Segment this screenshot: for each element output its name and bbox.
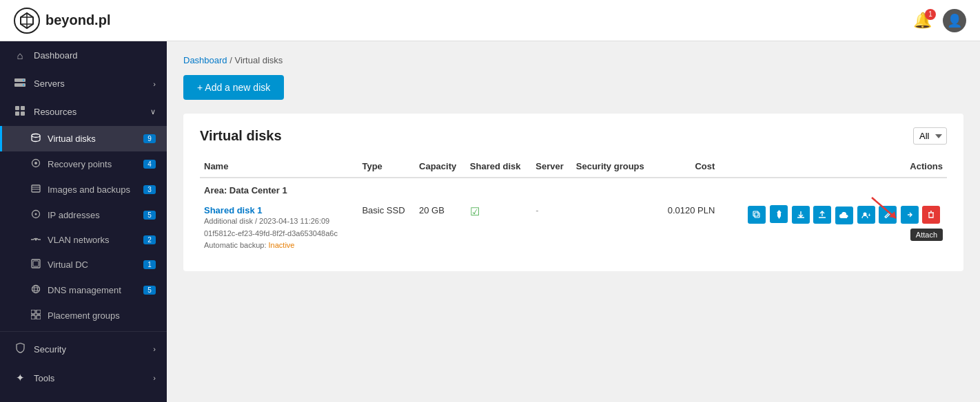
vlan-networks-badge: 2 — [143, 235, 156, 244]
ip-addresses-icon — [31, 209, 41, 221]
sidebar-item-vlan-networks[interactable]: VLAN networks 2 — [0, 228, 167, 252]
notification-button[interactable]: 🔔 1 — [913, 12, 932, 30]
table-header-row: Virtual disks All — [200, 127, 947, 145]
virtual-disks-table: Name Type Capacity Shared disk Server Se… — [200, 156, 947, 257]
svg-rect-8 — [21, 112, 25, 116]
virtual-dc-icon — [31, 259, 41, 271]
breadcrumb: Dashboard / Virtual disks — [183, 55, 963, 65]
svg-rect-29 — [753, 211, 758, 216]
logo: beyond.pl — [14, 8, 110, 34]
col-security-groups: Security groups — [572, 156, 657, 178]
disk-backup-label: Automatic backup: Inactive — [204, 240, 354, 252]
top-header: beyond.pl 🔔 1 👤 — [0, 0, 980, 41]
dns-badge: 5 — [143, 286, 156, 295]
svg-rect-28 — [755, 213, 759, 218]
svg-point-16 — [35, 213, 37, 215]
sidebar-label-virtual-dc: Virtual DC — [48, 260, 136, 270]
disk-cost: 0.0120 PLN — [657, 200, 719, 257]
disk-server: - — [531, 200, 571, 257]
action-edit-button[interactable] — [879, 206, 897, 224]
main-layout: ⌂ Dashboard Servers › Resources ∨ Virtua… — [0, 41, 980, 402]
sidebar-label-recovery-points: Recovery points — [48, 159, 136, 169]
breadcrumb-dashboard[interactable]: Dashboard — [183, 55, 227, 65]
header-right: 🔔 1 👤 — [913, 9, 966, 32]
area-label: Area: Data Center 1 — [200, 178, 947, 200]
sidebar-item-tools[interactable]: ✦ Tools › — [0, 363, 167, 392]
placement-icon — [31, 310, 41, 321]
action-upload-button[interactable] — [813, 206, 831, 224]
col-server: Server — [531, 156, 571, 178]
sidebar-divider — [0, 331, 167, 332]
sidebar-item-security[interactable]: Security › — [0, 335, 167, 363]
disk-uuid: 01f5812c-ef23-49fd-8f2f-d3a653048a6c — [204, 228, 354, 240]
dashboard-icon: ⌂ — [13, 50, 27, 61]
sidebar-item-virtual-dc[interactable]: Virtual DC 1 — [0, 252, 167, 277]
svg-rect-25 — [37, 310, 41, 314]
disk-name-cell: Shared disk 1 Additional disk / 2023-04-… — [200, 200, 358, 257]
disk-capacity: 20 GB — [415, 200, 466, 257]
sidebar-item-ip-addresses[interactable]: IP addresses 5 — [0, 202, 167, 228]
sidebar-item-servers[interactable]: Servers › — [0, 70, 167, 98]
action-copy-button[interactable] — [748, 206, 766, 224]
ip-addresses-badge: 5 — [143, 211, 156, 220]
add-disk-button[interactable]: + Add a new disk — [183, 75, 284, 100]
disk-name-link[interactable]: Shared disk 1 — [204, 205, 354, 215]
sidebar-label-vlan: VLAN networks — [48, 235, 136, 245]
action-attach-button[interactable] — [901, 206, 919, 224]
sidebar-item-virtual-disks[interactable]: Virtual disks 9 — [0, 126, 167, 151]
images-backups-icon — [31, 184, 41, 195]
disk-type: Basic SSD — [358, 200, 415, 257]
sidebar-label-ip-addresses: IP addresses — [48, 210, 136, 220]
disk-actions: + — [719, 200, 947, 257]
disk-sub-info: Additional disk / 2023-04-13 11:26:09 — [204, 215, 354, 228]
sidebar-label-virtual-disks: Virtual disks — [48, 134, 136, 144]
svg-rect-24 — [31, 310, 35, 314]
sidebar: ⌂ Dashboard Servers › Resources ∨ Virtua… — [0, 41, 167, 402]
svg-point-17 — [35, 239, 37, 241]
action-pin-button[interactable] — [770, 205, 788, 223]
svg-rect-26 — [31, 315, 35, 319]
tools-icon: ✦ — [13, 372, 27, 384]
sidebar-label-security: Security — [34, 344, 146, 355]
sidebar-label-dns: DNS management — [48, 285, 136, 295]
svg-text:+: + — [868, 213, 871, 218]
action-delete-button[interactable] — [922, 206, 940, 224]
notification-badge: 1 — [925, 9, 936, 20]
breadcrumb-current: Virtual disks — [234, 55, 283, 65]
svg-point-3 — [23, 80, 24, 81]
col-type: Type — [358, 156, 415, 178]
svg-rect-7 — [15, 112, 19, 116]
sidebar-item-images-backups[interactable]: Images and backups 3 — [0, 177, 167, 202]
backup-status: Inactive — [269, 241, 295, 249]
sidebar-item-placement-groups[interactable]: Placement groups — [0, 303, 167, 328]
svg-rect-5 — [15, 106, 19, 110]
images-backups-badge: 3 — [143, 185, 156, 194]
svg-point-4 — [23, 85, 24, 86]
svg-rect-12 — [32, 185, 40, 192]
action-download-button[interactable] — [792, 206, 810, 224]
col-capacity: Capacity — [415, 156, 466, 178]
table-row: Shared disk 1 Additional disk / 2023-04-… — [200, 200, 947, 257]
action-add-user-button[interactable]: + — [857, 206, 875, 224]
tools-arrow-icon: › — [153, 374, 156, 382]
col-name: Name — [200, 156, 358, 178]
action-cloud-button[interactable] — [835, 207, 853, 224]
sidebar-label-resources: Resources — [34, 107, 143, 117]
sidebar-item-recovery-points[interactable]: Recovery points 4 — [0, 151, 167, 177]
sidebar-item-dashboard[interactable]: ⌂ Dashboard — [0, 41, 167, 70]
svg-point-21 — [34, 286, 38, 293]
filter-select[interactable]: All — [913, 127, 947, 145]
col-actions: Actions — [719, 156, 947, 178]
sidebar-label-servers: Servers — [34, 78, 146, 89]
svg-rect-19 — [33, 261, 39, 266]
content-area: Dashboard / Virtual disks + Add a new di… — [167, 41, 980, 402]
area-row: Area: Data Center 1 — [200, 178, 947, 200]
sidebar-item-dns-management[interactable]: DNS management 5 — [0, 277, 167, 303]
actions-wrapper: + — [746, 205, 943, 224]
svg-rect-27 — [37, 315, 41, 319]
user-avatar[interactable]: 👤 — [943, 9, 966, 32]
vlan-networks-icon — [31, 235, 41, 245]
logo-text: beyond.pl — [45, 12, 110, 28]
logo-icon — [14, 8, 40, 34]
sidebar-item-resources[interactable]: Resources ∨ — [0, 98, 167, 126]
